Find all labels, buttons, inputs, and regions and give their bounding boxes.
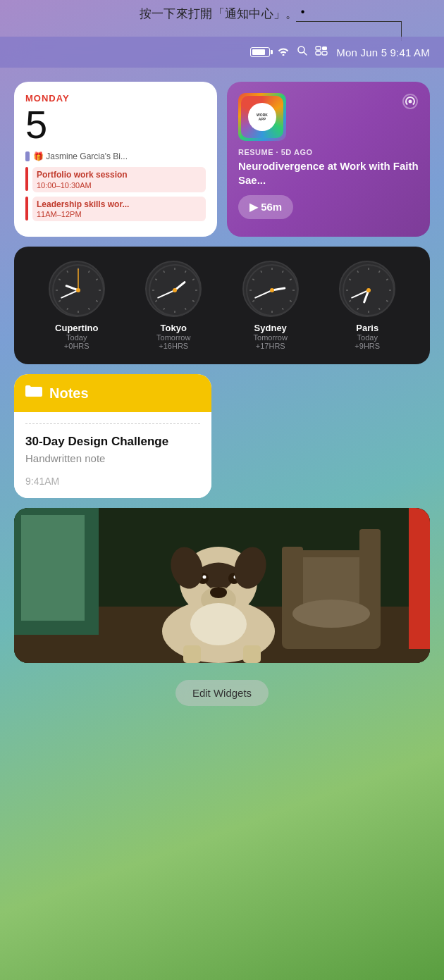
widgets-row-1: MONDAY 5 🎁 Jasmine Garcia's Bi... Portfo… (14, 82, 430, 237)
artwork-bg: WORKAPP (241, 96, 283, 138)
clock-relative-paris: Today+9HRS (354, 333, 380, 350)
podcast-widget[interactable]: WORKAPP RESUME · 5D AGO Neurodivergence … (227, 82, 430, 237)
svg-point-85 (210, 587, 227, 598)
notes-note-subtitle: Handwritten note (25, 452, 200, 464)
svg-point-55 (270, 288, 274, 292)
edit-widgets-area: Edit Widgets (14, 673, 430, 720)
calendar-date: 5 (25, 105, 206, 144)
analog-clock-tokyo (145, 261, 202, 317)
svg-point-80 (292, 600, 370, 628)
event-content-2: Leadership skills wor... 11AM–12PM (32, 197, 206, 222)
event-content-1: Portfolio work session 10:00–10:30AM (32, 167, 206, 192)
svg-rect-81 (409, 508, 430, 649)
svg-rect-75 (21, 515, 85, 621)
analog-clock-paris (339, 261, 395, 317)
clock-relative-sydney: Tomorrow+17HRS (254, 333, 288, 350)
podcast-duration: ▶ 56m (249, 201, 282, 213)
instruction-text: 按一下來打開「通知中心」。 (140, 6, 298, 22)
svg-line-1 (304, 52, 307, 55)
event-title-1: Portfolio work session (37, 170, 202, 181)
podcast-icon (402, 93, 419, 114)
svg-point-88 (203, 576, 206, 579)
artwork-inner: WORKAPP (248, 103, 276, 131)
clock-item-tokyo: Tokyo Tomorrow+16HRS (145, 261, 202, 350)
notes-folder-icon (25, 384, 42, 402)
podcast-title: Neurodivergence at Work with Faith Sae..… (238, 159, 419, 187)
status-time: Mon Jun 5 9:41 AM (336, 46, 430, 58)
dog-scene-svg (14, 508, 430, 663)
notes-content: 30-Day Design Challenge Handwritten note… (14, 412, 211, 498)
clock-label-cupertino: Cupertino Today+0HRS (55, 323, 98, 350)
notes-time: 9:41AM (25, 476, 200, 487)
notes-widget[interactable]: Notes 30-Day Design Challenge Handwritte… (14, 374, 211, 498)
calendar-widget[interactable]: MONDAY 5 🎁 Jasmine Garcia's Bi... Portfo… (14, 82, 217, 237)
clock-label-tokyo: Tokyo Tomorrow+16HRS (156, 323, 190, 350)
birthday-text: 🎁 Jasmine Garcia's Bi... (33, 151, 128, 161)
clock-city-cupertino: Cupertino (55, 323, 98, 333)
svg-rect-92 (183, 645, 201, 663)
clock-relative-tokyo: Tomorrow+16HRS (156, 333, 190, 350)
clock-city-sydney: Sydney (254, 323, 288, 333)
calendar-day-name: MONDAY (25, 93, 206, 104)
event-bar-1 (25, 167, 28, 191)
dog-photo (14, 508, 430, 663)
svg-rect-5 (322, 51, 327, 55)
clock-item-cupertino: Cupertino Today+0HRS (49, 261, 105, 350)
event-time-2: 11AM–12PM (37, 210, 202, 218)
svg-point-23 (76, 288, 80, 292)
svg-rect-78 (359, 529, 381, 614)
clock-city-paris: Paris (354, 323, 380, 333)
notes-note-title: 30-Day Design Challenge (25, 434, 200, 449)
notes-title: Notes (49, 385, 89, 402)
svg-rect-4 (316, 51, 321, 55)
clock-item-sydney: Sydney Tomorrow+17HRS (242, 261, 299, 350)
clock-item-paris: Paris Today+9HRS (339, 261, 395, 350)
birthday-dot (25, 151, 30, 161)
calendar-event-1: Portfolio work session 10:00–10:30AM (25, 167, 206, 192)
widgets-area: MONDAY 5 🎁 Jasmine Garcia's Bi... Portfo… (0, 68, 444, 980)
event-bar-2 (25, 197, 28, 221)
analog-clock-sydney (242, 261, 299, 317)
clock-relative-cupertino: Today+0HRS (55, 333, 98, 350)
instruction-bar: 按一下來打開「通知中心」。 • (0, 0, 444, 48)
instruction-dot: • (301, 6, 305, 18)
svg-point-6 (409, 100, 412, 104)
notes-divider (25, 423, 200, 424)
svg-point-94 (190, 603, 247, 645)
svg-rect-93 (243, 645, 261, 663)
svg-point-39 (173, 288, 177, 292)
clock-label-sydney: Sydney Tomorrow+17HRS (254, 323, 288, 350)
battery-icon (250, 47, 270, 57)
edit-widgets-button[interactable]: Edit Widgets (175, 680, 269, 706)
podcast-resume-label: RESUME · 5D AGO (238, 148, 419, 156)
podcast-play-button[interactable]: ▶ 56m (238, 195, 293, 219)
photo-widget (14, 508, 430, 663)
calendar-birthday: 🎁 Jasmine Garcia's Bi... (25, 151, 206, 161)
notes-header: Notes (14, 374, 211, 412)
battery-fill (252, 49, 265, 55)
event-title-2: Leadership skills wor... (37, 199, 202, 211)
analog-clock-cupertino (49, 261, 105, 317)
podcast-artwork: WORKAPP (238, 93, 286, 141)
clock-widget[interactable]: Cupertino Today+0HRS Tokyo Tomorrow+16HR… (14, 247, 430, 364)
clock-label-paris: Paris Today+9HRS (354, 323, 380, 350)
svg-point-71 (366, 288, 371, 292)
calendar-event-2: Leadership skills wor... 11AM–12PM (25, 197, 206, 222)
event-time-1: 10:00–10:30AM (37, 181, 202, 190)
clock-city-tokyo: Tokyo (156, 323, 190, 333)
